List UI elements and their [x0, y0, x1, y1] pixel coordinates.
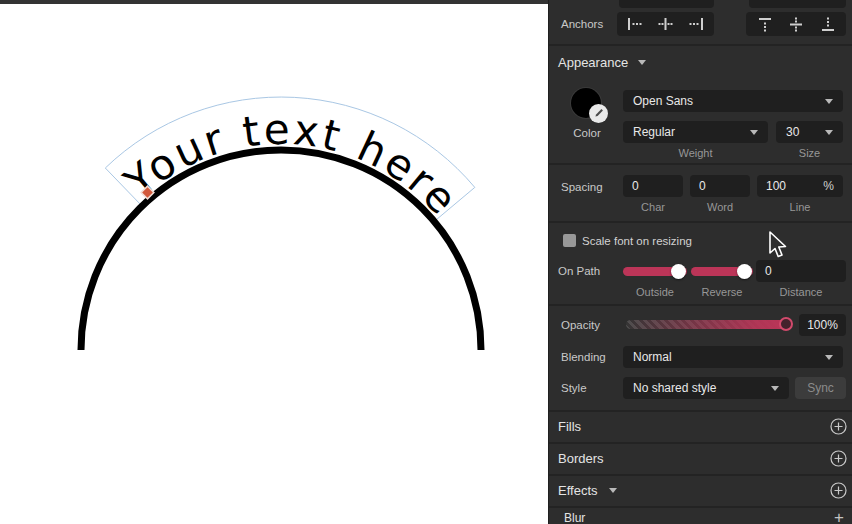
chevron-down-icon[interactable] — [638, 60, 646, 65]
effects-section-title: Effects — [558, 483, 598, 498]
partial-button-group-left[interactable] — [619, 0, 714, 8]
spacing-label: Spacing — [561, 181, 603, 193]
opacity-label: Opacity — [561, 319, 600, 331]
anchor-left-icon[interactable] — [622, 14, 648, 34]
font-size-dropdown[interactable]: 30 — [776, 121, 843, 143]
word-spacing-input[interactable]: 0 — [690, 175, 750, 197]
divider — [549, 304, 852, 306]
opacity-input[interactable]: 100% — [799, 314, 846, 336]
scale-font-checkbox[interactable] — [563, 234, 576, 247]
distance-label: Distance — [756, 286, 846, 298]
blending-label: Blending — [561, 351, 606, 363]
canvas-artwork: Your text here — [0, 0, 548, 524]
add-effect-icon[interactable] — [830, 482, 847, 499]
outside-toggle-knob[interactable] — [671, 264, 686, 279]
blur-section-title: Blur — [564, 511, 585, 524]
mouse-cursor — [768, 231, 788, 260]
on-path-label: On Path — [558, 265, 600, 277]
shared-style-dropdown[interactable]: No shared style — [623, 377, 789, 399]
font-family-dropdown[interactable]: Open Sans — [623, 90, 843, 112]
partial-button-group-right[interactable] — [749, 0, 846, 8]
divider — [549, 442, 852, 444]
style-label: Style — [561, 382, 587, 394]
properties-panel: Anchors Appearance — [548, 0, 852, 524]
divider — [549, 163, 852, 165]
sync-button[interactable]: Sync — [795, 377, 846, 399]
outside-label: Outside — [623, 286, 687, 298]
scale-font-label: Scale font on resizing — [582, 235, 692, 247]
char-label: Char — [623, 201, 683, 213]
distance-input[interactable]: 0 — [756, 260, 846, 282]
design-canvas[interactable]: Your text here — [0, 0, 548, 524]
divider — [549, 410, 852, 412]
add-fill-icon[interactable] — [830, 418, 847, 435]
chevron-down-icon — [825, 130, 833, 135]
chevron-down-icon — [771, 386, 779, 391]
horizontal-anchor-group — [617, 12, 714, 36]
opacity-slider[interactable] — [626, 320, 788, 329]
divider — [549, 506, 852, 508]
chevron-down-icon — [825, 99, 833, 104]
anchor-center-horizontal-icon[interactable] — [653, 14, 679, 34]
add-border-icon[interactable] — [830, 450, 847, 467]
chevron-down-icon — [750, 130, 758, 135]
add-blur-icon[interactable]: + — [834, 509, 844, 524]
font-weight-dropdown[interactable]: Regular — [623, 121, 768, 143]
appearance-section-title: Appearance — [558, 55, 628, 70]
app-window: Your text here Anchors — [0, 0, 852, 524]
line-spacing-input[interactable]: 100 % — [757, 175, 843, 197]
chevron-down-icon — [825, 355, 833, 360]
char-spacing-input[interactable]: 0 — [623, 175, 683, 197]
size-label: Size — [776, 147, 843, 159]
word-label: Word — [690, 201, 750, 213]
weight-label: Weight — [623, 147, 768, 159]
eyedropper-icon[interactable] — [589, 104, 608, 123]
vertical-anchor-group — [746, 12, 846, 36]
percent-unit: % — [823, 179, 834, 193]
reverse-label: Reverse — [691, 286, 753, 298]
anchor-top-icon[interactable] — [752, 14, 778, 34]
divider — [549, 221, 852, 223]
divider — [549, 474, 852, 476]
fills-section-title: Fills — [558, 419, 581, 434]
anchor-center-vertical-icon[interactable] — [783, 14, 809, 34]
borders-section-title: Borders — [558, 451, 604, 466]
anchors-label: Anchors — [561, 18, 603, 30]
divider — [549, 44, 852, 46]
text-on-path-object[interactable]: Your text here — [114, 105, 468, 226]
blending-dropdown[interactable]: Normal — [623, 346, 843, 368]
chevron-down-icon[interactable] — [609, 488, 617, 493]
anchor-right-icon[interactable] — [683, 14, 709, 34]
anchor-bottom-icon[interactable] — [815, 14, 841, 34]
opacity-slider-knob[interactable] — [779, 317, 793, 331]
canvas-top-edge — [0, 0, 548, 4]
color-label: Color — [571, 127, 603, 139]
line-label: Line — [757, 201, 843, 213]
reverse-toggle-knob[interactable] — [737, 264, 752, 279]
